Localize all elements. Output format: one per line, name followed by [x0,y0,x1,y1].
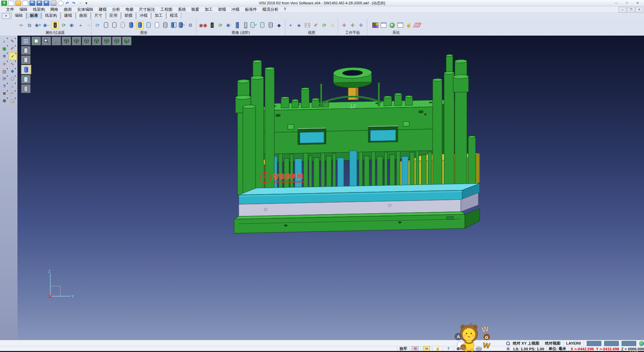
menu-machining[interactable]: 加工 [202,7,215,12]
solid-cube-icon[interactable]: ⬡ [9,75,16,82]
refresh-graphics-icon[interactable]: ⟳ [94,21,101,29]
bar-shaded-icon[interactable] [234,21,240,29]
absolute-view-mode[interactable]: 绝对 XY 上视图 [513,341,539,346]
menu-dimension[interactable]: 尺寸标注 [136,7,158,12]
tab-application[interactable]: 应用 [106,12,121,19]
scale-1-1-icon[interactable]: 1:1 [304,21,311,29]
tab-modeling[interactable]: 建模 [61,12,75,19]
cylinder-sectioned-icon[interactable] [162,21,169,29]
globe-icon[interactable] [639,341,644,346]
visibility-traffic-light-icon[interactable] [51,21,59,29]
cylinder-pair-icon[interactable] [170,21,177,29]
save-icon[interactable] [30,1,35,6]
desktop-mascot[interactable]: A W o W [453,322,495,352]
tab-dimension[interactable]: 尺寸 [91,12,106,19]
linetype-swatch-button[interactable] [604,341,619,346]
delete-erase-icon[interactable]: ✖ [1,90,8,97]
touch-hand-icon[interactable]: ☝ [434,347,441,351]
cylinder-shaded-edges-icon[interactable] [136,21,144,29]
zoom-plus-icon[interactable]: ⊕ [1,52,8,59]
grid-window-icon[interactable]: ⊞ [505,347,511,351]
menu-mesh[interactable]: 网格 [48,7,61,12]
history-icon[interactable]: ◔ [77,1,83,5]
menu-standard-parts[interactable]: 标准件 [242,7,260,12]
mdi-close-button[interactable]: ✕ [635,7,643,12]
view-eyes-icon[interactable]: ◈ [296,21,303,29]
copy-attributes-icon[interactable]: ⧉ [26,21,33,29]
paint-attributes-icon[interactable]: ✑ [18,21,24,29]
sketch-pencil-icon[interactable]: ✐ [9,45,16,52]
search-icon[interactable] [506,341,510,346]
help-question-icon[interactable]: ? [1,83,8,90]
show-all-icon[interactable]: ＋ [77,21,84,29]
refresh-view-icon[interactable]: ⟳ [321,21,328,29]
show-hide-toggle-icon[interactable]: ◉± [69,21,75,29]
measure-pencil-icon[interactable]: ✐ [313,21,319,29]
tab-wireframe[interactable]: 线架构 [42,12,60,19]
menu-flow-analysis[interactable]: 模流分析 [260,7,281,12]
mdi-restore-button[interactable]: ❐ [627,7,635,12]
3d-viewport[interactable]: .gf{fill:#2e9a33;stroke:#0c3c10;stroke-w… [17,36,644,340]
menu-solid-edit[interactable]: 实体编辑 [74,7,96,12]
menu-wireframe[interactable]: 线架构 [30,7,48,12]
eyes-advanced-icon[interactable]: ◉◉ [199,21,207,29]
cylinder-hidden-line-icon[interactable] [111,21,118,29]
cylinder-check-icon[interactable]: ✔ [251,21,257,29]
hide-remove-eye-icon[interactable]: ◉− [43,21,50,29]
zoom-target-icon[interactable]: ⌖ [287,21,294,29]
cylinder-white-icon[interactable] [154,21,160,29]
open-copy-icon[interactable] [22,1,28,6]
bar-sectioned-icon[interactable] [242,21,249,29]
show-add-eye-icon[interactable]: ◉+ [35,21,41,29]
open-document-icon[interactable]: ❏ [9,97,16,104]
workplane-axes-icon[interactable]: ✛ [349,21,356,29]
frame-select-icon[interactable]: ▣ [1,45,8,52]
undo-icon[interactable]: ↶ [65,1,70,5]
cylinder-striped-icon[interactable] [267,21,274,29]
print-preview-icon[interactable] [58,1,63,6]
tab-flow[interactable]: 模流 [166,12,181,19]
system-tools-ball-icon[interactable]: ⚙ [389,21,395,29]
menu-electrode[interactable]: 电极 [123,7,136,12]
workplane-xy-icon[interactable]: ✛ [341,21,347,29]
tab-standard[interactable]: 标准 [26,12,41,19]
palette-window-icon[interactable] [380,21,387,29]
select-hand-icon[interactable]: ☝ [406,21,412,29]
minimize-button[interactable]: — [611,1,621,6]
tab-surface[interactable]: 曲面 [76,12,91,19]
save-all-icon[interactable] [44,1,49,6]
layer-books-icon[interactable]: ▤ [1,68,8,75]
absolute-view[interactable]: 绝对视图 [545,341,560,346]
menu-system[interactable]: 系统 [175,7,189,12]
workplane-dynamic-icon[interactable]: ✛ [358,21,364,29]
tab-mold[interactable]: 塑膜 [121,12,136,19]
confirm-check-icon[interactable]: ✔ [9,52,17,60]
print-icon[interactable] [51,1,56,6]
redo-icon[interactable]: ↷ [71,1,76,5]
menu-window[interactable]: 视窗 [189,7,202,12]
layer-indicator[interactable]: LAYER0 [566,341,581,345]
cylinder-shaded-icon[interactable] [128,21,135,29]
shield-quality-icon[interactable]: ◆ [276,21,282,29]
tab-machining[interactable]: 加工 [151,12,166,19]
lineweight-swatch-button[interactable] [622,341,636,346]
color-swatch-button[interactable] [587,341,601,346]
toggle-advanced-icon[interactable]: ◉± [225,21,232,29]
mdi-minimize-button[interactable]: — [619,7,627,12]
qat-dropdown-icon[interactable]: ▾ [84,1,89,5]
cylinder-transparent-icon[interactable] [145,21,152,29]
spline-pencil-icon[interactable]: ∿ [9,60,16,68]
help-question-icon[interactable]: ? [445,347,451,351]
open-folder-icon[interactable] [15,1,21,6]
menu-surface[interactable]: 曲面 [61,7,74,12]
tab-edit[interactable]: 编辑 [11,12,26,19]
table-tools-icon[interactable] [397,21,404,29]
hide-all-icon[interactable]: − [86,21,92,29]
new-file-icon[interactable] [8,1,14,6]
menu-help[interactable]: ? [281,7,289,12]
navigator-wheel-icon[interactable]: ☸ [1,97,8,104]
measure-distance-icon[interactable]: ↔ [9,83,16,90]
menu-edit[interactable]: 编辑 [17,7,30,12]
cylinder-light-icon[interactable] [259,21,266,29]
reference-grid-icon[interactable] [414,21,421,29]
